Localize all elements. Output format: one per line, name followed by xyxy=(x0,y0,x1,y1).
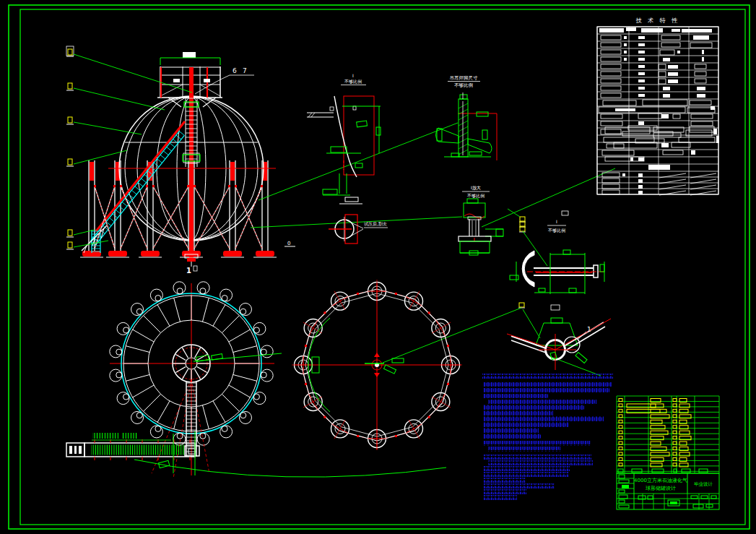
svg-text:1: 1 xyxy=(186,267,191,275)
elevation-zero-mark: 0 xyxy=(284,241,295,246)
detail-a-note: 不够比例 xyxy=(344,79,362,85)
detail-c-note: 不够比例 xyxy=(467,193,485,199)
detail-view-e: 试压后,割去 xyxy=(329,215,388,244)
detail-d-label: Ⅰ xyxy=(556,219,557,224)
lug-note: 试压后,割去 xyxy=(364,221,387,227)
detail-b-note: 不够比例 xyxy=(454,82,473,88)
title-block: 4000立方米石油液化气 球形储罐设计 毕业设计 xyxy=(617,473,719,509)
plan-view-columns xyxy=(292,280,462,450)
tech-table-title: 技 术 特 性 xyxy=(635,17,680,24)
detail-b-title: 吊耳焊脚尺寸 xyxy=(450,75,479,81)
part-label-1: 1 xyxy=(587,326,591,333)
detail-view-d: Ⅰ 不够比例 xyxy=(510,211,607,294)
doc-type: 毕业设计 xyxy=(694,481,713,487)
plan-view-stair xyxy=(66,431,446,477)
center-column xyxy=(183,67,200,267)
parts-list xyxy=(617,396,719,473)
drawing-sheet: 6 7 1 0 Ⅰ 不够比例 xyxy=(0,0,756,534)
detail-view-a: Ⅰ 不够比例 xyxy=(307,73,381,204)
project-title-line1: 4000立方米石油液化气 xyxy=(634,477,687,483)
callout-6: 6 xyxy=(233,67,237,74)
tech-table: 技 术 特 性 xyxy=(597,17,719,195)
spiral-stair xyxy=(82,121,185,253)
project-title-line2: 球形储罐设计 xyxy=(646,486,676,491)
technical-notes-block xyxy=(482,374,614,500)
elevation-view: 6 7 1 0 xyxy=(66,46,615,376)
detail-c-label: Ⅰ放大 xyxy=(471,185,481,191)
detail-view-b: 吊耳焊脚尺寸 不够比例 xyxy=(436,75,498,160)
cad-canvas: 6 7 1 0 Ⅰ 不够比例 xyxy=(0,0,756,534)
detail-a-label: Ⅰ xyxy=(352,73,354,78)
view-label-1: 1 xyxy=(186,266,197,275)
callout-7: 7 xyxy=(243,67,247,74)
svg-text:0: 0 xyxy=(287,241,290,246)
detail-d-note: 不够比例 xyxy=(548,228,565,233)
